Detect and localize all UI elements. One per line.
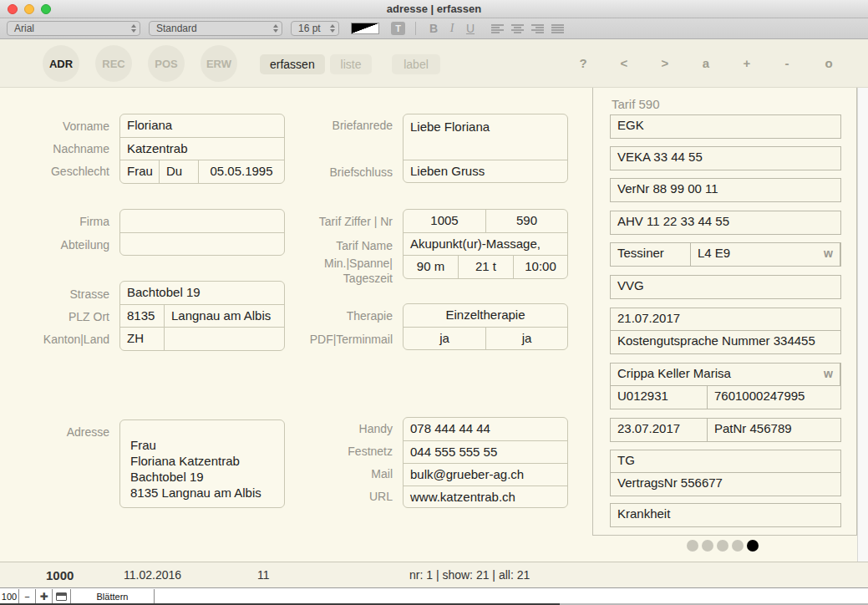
- font-size-select[interactable]: 16 pt: [291, 21, 339, 36]
- zoom-level: 100: [0, 589, 19, 603]
- prev-record-button[interactable]: <: [616, 56, 632, 70]
- tarif-ziffer-field[interactable]: 1005: [404, 210, 486, 232]
- vorname-field[interactable]: Floriana: [120, 114, 284, 137]
- title-bar: adresse | erfassen: [0, 0, 868, 18]
- align-center-icon[interactable]: [511, 24, 524, 33]
- align-left-icon[interactable]: [491, 24, 504, 33]
- view-button-label[interactable]: label: [392, 54, 440, 74]
- zoom-out-button[interactable]: −: [19, 589, 36, 603]
- scrollbar-track[interactable]: [857, 88, 868, 587]
- arzt-field[interactable]: Crippa Keller Marisa: [611, 364, 840, 385]
- window-title: adresse | erfassen: [0, 3, 868, 15]
- record-count: 11: [257, 568, 270, 582]
- module-button-erw[interactable]: ERW: [201, 45, 237, 82]
- tessiner-w-flag[interactable]: w: [824, 247, 833, 260]
- toolbar-toggle-button[interactable]: [53, 589, 71, 603]
- therapie-field[interactable]: Einzeltherapie: [404, 304, 567, 327]
- format-toolbar: Arial Standard 16 pt T B I U: [0, 18, 868, 39]
- tessiner-code-field[interactable]: L4 E9: [691, 243, 840, 266]
- module-button-pos[interactable]: POS: [148, 45, 185, 82]
- kostengutsprache-field[interactable]: Kostengutsprache Nummer 334455: [611, 331, 840, 353]
- du-field[interactable]: Du: [160, 160, 199, 183]
- delete-record-button[interactable]: -: [779, 56, 795, 70]
- layout-mode-select[interactable]: Blättern: [71, 589, 155, 603]
- handy-field[interactable]: 078 444 44 44: [404, 418, 567, 440]
- patnr-box: 23.07.2017 PatNr 456789: [610, 418, 841, 442]
- festnetz-field[interactable]: 044 555 555 55: [404, 441, 567, 463]
- abteilung-field[interactable]: [120, 233, 284, 256]
- pdf-field[interactable]: ja: [404, 328, 486, 350]
- tarif-name-label: Tarif Name: [284, 238, 393, 253]
- land-field[interactable]: [165, 328, 284, 350]
- tg-box: TG VertragsNr 556677: [610, 450, 841, 496]
- kasse-field[interactable]: EGK: [611, 115, 840, 138]
- arzt-nr-field[interactable]: U012931: [611, 386, 708, 409]
- anrede-field[interactable]: Frau: [120, 160, 160, 183]
- min-field[interactable]: 90 m: [404, 256, 459, 278]
- options-button[interactable]: o: [820, 56, 837, 70]
- font-family-select[interactable]: Arial: [7, 21, 140, 36]
- datum2-field[interactable]: 23.07.2017: [611, 419, 708, 441]
- adresse-field[interactable]: Frau Floriana Katzentrab Bachtobel 19 81…: [120, 420, 284, 501]
- bold-button[interactable]: B: [424, 22, 443, 35]
- pager-dot[interactable]: [747, 540, 759, 552]
- zoom-bar: 100 − ✚ Blättern: [0, 587, 868, 605]
- pager-dot[interactable]: [687, 540, 698, 552]
- krankheit-field[interactable]: Krankheit: [611, 504, 840, 526]
- tarif-nr-field[interactable]: 590: [486, 210, 567, 232]
- pager-dot[interactable]: [702, 540, 713, 552]
- align-justify-icon[interactable]: [551, 24, 564, 33]
- nachname-field[interactable]: Katzentrab: [120, 138, 284, 160]
- vvg-field[interactable]: VVG: [611, 276, 840, 298]
- adresse-label: Adresse: [0, 425, 109, 440]
- italic-button[interactable]: I: [443, 22, 461, 35]
- module-button-rec[interactable]: REC: [95, 45, 132, 82]
- underline-button[interactable]: U: [461, 22, 480, 35]
- name-group: Floriana Katzentrab Frau Du 05.05.1995: [119, 114, 285, 184]
- zoom-in-button[interactable]: ✚: [36, 589, 53, 603]
- tessiner-box: Tessiner L4 E9 w: [610, 242, 841, 267]
- pager-dot[interactable]: [732, 540, 744, 552]
- tageszeit-field[interactable]: 10:00: [514, 256, 567, 278]
- ahv-field[interactable]: AHV 11 22 33 44 55: [611, 211, 840, 234]
- url-field[interactable]: www.katzentrab.ch: [404, 486, 567, 508]
- vernr-field[interactable]: VerNr 88 99 00 11: [611, 179, 840, 201]
- briefschluss-label: Briefschluss: [284, 165, 393, 180]
- all-records-button[interactable]: a: [698, 56, 714, 70]
- align-right-icon[interactable]: [531, 24, 544, 33]
- kanton-field[interactable]: ZH: [120, 328, 165, 350]
- min-spanne-tageszeit-label: Min.|Spanne| Tageszeit: [284, 256, 393, 286]
- view-button-erfassen[interactable]: erfassen: [260, 54, 325, 74]
- add-record-button[interactable]: +: [739, 56, 755, 70]
- arzt-gln-field[interactable]: 7601000247995: [708, 386, 840, 409]
- handy-label: Handy: [284, 421, 393, 436]
- tarif-name-field[interactable]: Akupunkt(ur)-Massage,: [404, 233, 567, 255]
- spanne-field[interactable]: 21 t: [459, 256, 514, 278]
- text-tool-icon[interactable]: T: [391, 22, 405, 35]
- ort-field[interactable]: Langnau am Albis: [165, 305, 284, 327]
- tessiner-field[interactable]: Tessiner: [611, 243, 691, 266]
- mail-field[interactable]: bulk@grueber-ag.ch: [404, 464, 567, 486]
- geburtsdatum-field[interactable]: 05.05.1995: [199, 160, 284, 183]
- firma-field[interactable]: [120, 210, 284, 232]
- vernr-box: VerNr 88 99 00 11: [610, 178, 841, 202]
- briefanrede-field[interactable]: Liebe Floriana: [404, 114, 567, 160]
- strasse-field[interactable]: Bachtobel 19: [120, 282, 284, 304]
- help-button[interactable]: ?: [575, 56, 591, 70]
- kostengutsprache-datum-field[interactable]: 21.07.2017: [611, 308, 840, 330]
- view-button-liste[interactable]: liste: [330, 54, 372, 74]
- veka-field[interactable]: VEKA 33 44 55: [611, 147, 840, 170]
- pager-dot[interactable]: [717, 540, 728, 552]
- vertragsnr-field[interactable]: VertragsNr 556677: [611, 473, 840, 496]
- terminmail-field[interactable]: ja: [486, 328, 567, 350]
- plz-field[interactable]: 8135: [120, 305, 165, 327]
- next-record-button[interactable]: >: [657, 56, 673, 70]
- briefschluss-field[interactable]: Lieben Gruss: [404, 160, 567, 183]
- module-button-adr[interactable]: ADR: [43, 45, 79, 82]
- arzt-w-flag[interactable]: w: [824, 367, 833, 380]
- vorname-label: Vorname: [0, 119, 109, 134]
- tg-field[interactable]: TG: [611, 450, 840, 472]
- paragraph-style-select[interactable]: Standard: [149, 21, 282, 36]
- patnr-field[interactable]: PatNr 456789: [708, 419, 840, 441]
- text-color-swatch[interactable]: [351, 23, 379, 34]
